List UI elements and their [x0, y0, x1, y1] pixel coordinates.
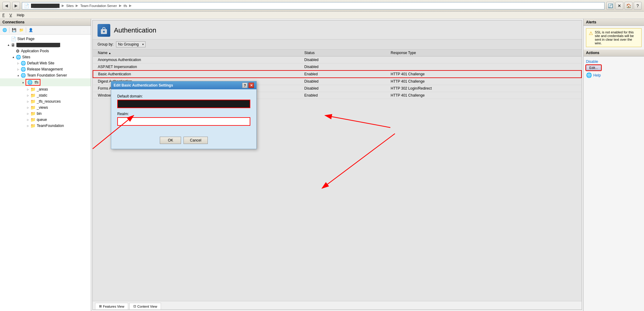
- tree-item-sites[interactable]: ▲ 🌐 Sites: [0, 54, 91, 60]
- tfs-resources-icon: 📁: [30, 99, 36, 104]
- tree-item-server[interactable]: ▲ 🖥 ████████████████: [0, 42, 91, 48]
- team-foundation-label: TeamFoundation: [37, 124, 64, 128]
- browser-icons: 🔄 ✕ 🏠 ?: [606, 2, 642, 10]
- server-icon: 🖥: [11, 43, 15, 47]
- tree-item-default-web[interactable]: ▷ 🌐 Default Web Site: [0, 60, 91, 66]
- modal-close-button[interactable]: ✕: [248, 83, 254, 88]
- tree-item-tfs[interactable]: ▲ 🌐 tfs: [0, 78, 91, 86]
- modal-dialog: Edit Basic Authentication Settings ? ✕ D…: [111, 81, 257, 149]
- tree-item-bin[interactable]: ▷ 📁 bin: [0, 111, 91, 117]
- expand-queue: ▷: [26, 118, 30, 121]
- actions-header: Actions: [584, 50, 644, 56]
- expand-sites: ▲: [11, 56, 16, 59]
- content-view-icon: ⊡: [133, 304, 136, 308]
- file-menu[interactable]: F: [2, 13, 5, 17]
- tree-item-views[interactable]: ▷ 📁 _views: [0, 104, 91, 111]
- features-view-tab[interactable]: ⊞ Features View: [95, 303, 128, 309]
- tree-item-start-page[interactable]: 📄 Start Page: [0, 36, 91, 42]
- app-pools-label: Application Pools: [21, 49, 49, 53]
- default-domain-input[interactable]: [117, 100, 250, 108]
- content-view-tab[interactable]: ⊡ Content View: [129, 303, 161, 309]
- address-redacted: ██████████: [31, 4, 60, 8]
- content-area: Authentication Group by: No Grouping Nam…: [92, 20, 582, 310]
- expand-server: ▲: [6, 43, 11, 46]
- view-menu[interactable]: V: [9, 13, 12, 17]
- help-action: 🌐 Help: [586, 72, 642, 78]
- home-button[interactable]: 🏠: [625, 2, 632, 10]
- start-page-label: Start Page: [17, 37, 35, 41]
- expand-views: ▷: [26, 106, 30, 109]
- back-button[interactable]: ◀: [2, 2, 10, 10]
- default-web-icon: 🌐: [21, 61, 26, 66]
- bottom-tabs-area: ⊞ Features View ⊡ Content View: [93, 301, 582, 309]
- tree-item-release[interactable]: ▷ 🌐 Release Management: [0, 66, 91, 72]
- connections-save-btn[interactable]: 💾: [11, 27, 17, 33]
- team-foundation-icon: 📁: [30, 123, 36, 128]
- default-domain-label: Default domain:: [117, 94, 250, 98]
- realm-input[interactable]: [117, 117, 250, 126]
- browser-bar: ◀ ▶ 📄 ██████████ ▶ Sites ▶ Team Foundati…: [0, 0, 644, 12]
- help-menu[interactable]: Help: [17, 13, 24, 17]
- center-panel: Authentication Group by: No Grouping Nam…: [91, 19, 583, 311]
- forward-button[interactable]: ▶: [12, 2, 20, 10]
- modal-body: Default domain: Realm:: [111, 89, 256, 134]
- connections-globe-btn[interactable]: 🌐: [1, 27, 8, 33]
- help-link[interactable]: Help: [593, 73, 601, 78]
- tree-item-areas[interactable]: ▷ 📁 _areas: [0, 86, 91, 92]
- tree-item-tfs-server[interactable]: ▲ 🌐 Team Foundation Server: [0, 72, 91, 78]
- expand-bin: ▷: [26, 112, 30, 115]
- static-label: _static: [37, 93, 47, 97]
- address-sites: Sites: [66, 4, 74, 8]
- connections-header: Connections: [0, 19, 91, 26]
- cancel-button[interactable]: Cancel: [183, 137, 207, 144]
- tree-item-tfs-resources[interactable]: ▷ 📁 _tfs_resources: [0, 98, 91, 104]
- expand-tfs-server: ▲: [16, 74, 21, 77]
- address-sep4: ▶: [129, 4, 132, 8]
- help-browser-button[interactable]: ?: [634, 2, 642, 10]
- queue-icon: 📁: [30, 117, 36, 122]
- alert-icon: ⚠: [589, 30, 593, 45]
- tree-item-queue[interactable]: ▷ 📁 queue: [0, 117, 91, 123]
- expand-default: ▷: [16, 62, 21, 65]
- sites-icon: 🌐: [16, 55, 21, 60]
- connections-user-btn[interactable]: 👤: [27, 27, 34, 33]
- expand-tfs-resources: ▷: [26, 100, 30, 103]
- expand-team-foundation: ▷: [26, 125, 30, 127]
- menu-bar: F V Help: [0, 12, 644, 19]
- bin-icon: 📁: [30, 111, 36, 116]
- release-label: Release Management: [27, 67, 63, 71]
- actions-list: Disable Edit... 🌐 Help: [584, 56, 644, 80]
- tfs-resources-label: _tfs_resources: [37, 99, 61, 104]
- features-view-icon: ⊞: [99, 304, 102, 308]
- features-view-label: Features View: [103, 305, 124, 308]
- left-panel: Connections 🌐 💾 📁 👤 📄 Start Page ▲ 🖥 ██: [0, 19, 91, 311]
- help-icon: 🌐: [586, 72, 592, 78]
- toolbar-sep-1: [9, 27, 9, 33]
- connections-folder-btn[interactable]: 📁: [18, 27, 25, 33]
- modal-footer: OK Cancel: [111, 134, 256, 149]
- realm-label: Realm:: [117, 112, 250, 116]
- modal-help-button[interactable]: ?: [242, 83, 248, 88]
- tfs-server-label: Team Foundation Server: [27, 73, 67, 77]
- pools-icon: ⚙: [16, 49, 20, 53]
- address-tfs: tfs: [124, 4, 127, 8]
- refresh-button[interactable]: 🔄: [606, 2, 614, 10]
- queue-label: queue: [37, 118, 47, 122]
- tfs-node-box: 🌐 tfs: [26, 79, 40, 86]
- address-bar[interactable]: 📄 ██████████ ▶ Sites ▶ Team Foundation S…: [22, 2, 605, 9]
- tree-item-static[interactable]: ▷ 📁 _static: [0, 92, 91, 98]
- tfs-label: tfs: [35, 80, 39, 84]
- expand-tfs: ▲: [21, 81, 26, 84]
- disable-link[interactable]: Disable: [586, 59, 642, 64]
- default-web-label: Default Web Site: [27, 61, 54, 65]
- modal-title: Edit Basic Authentication Settings: [114, 83, 173, 87]
- start-page-icon: 📄: [11, 36, 16, 41]
- tree-item-app-pools[interactable]: ⚙ Application Pools: [0, 48, 91, 54]
- ok-button[interactable]: OK: [160, 137, 181, 144]
- tree-item-team-foundation[interactable]: ▷ 📁 TeamFoundation: [0, 123, 91, 129]
- edit-button[interactable]: Edit...: [586, 65, 601, 70]
- content-view-label: Content View: [137, 305, 157, 308]
- tfs-icon: 🌐: [27, 80, 33, 85]
- bottom-tabs: ⊞ Features View ⊡ Content View: [93, 301, 582, 309]
- stop-button[interactable]: ✕: [615, 2, 623, 10]
